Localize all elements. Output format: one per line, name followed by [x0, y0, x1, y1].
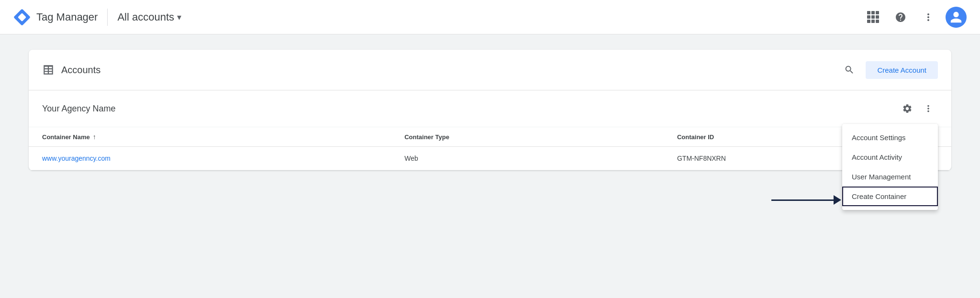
accounts-header-actions: Create Account — [839, 59, 938, 80]
help-icon — [895, 11, 906, 23]
table-header: Container Name ↑ Container Type Containe… — [29, 127, 951, 147]
table-row: www.youragenncy.com Web GTM-NF8NXRN — [29, 147, 951, 170]
column-header-type: Container Type — [391, 127, 664, 147]
dropdown-item-create-container[interactable]: Create Container — [842, 187, 938, 206]
topnav: Tag Manager All accounts ▾ — [0, 0, 980, 34]
accounts-header: Accounts Create Account — [29, 50, 951, 90]
more-vertical-icon — [923, 103, 934, 114]
container-name-cell: www.youragenncy.com — [29, 147, 391, 170]
arrow-line — [771, 199, 834, 201]
avatar[interactable] — [946, 7, 967, 28]
breadcrumb[interactable]: All accounts ▾ — [117, 11, 181, 23]
gear-icon — [902, 103, 913, 114]
apps-grid-button[interactable] — [862, 7, 883, 28]
sort-arrow-icon: ↑ — [93, 133, 96, 141]
dropdown-item-account-activity[interactable]: Account Activity — [842, 147, 938, 167]
tag-manager-logo — [13, 9, 31, 26]
account-name-row: Your Agency Name — [29, 90, 951, 127]
main-content: Accounts Create Account Your Agency Name — [0, 34, 980, 186]
column-header-name: Container Name ↑ — [29, 127, 391, 147]
arrow-head-icon — [834, 195, 841, 205]
account-dropdown-menu: Account Settings Account Activity User M… — [842, 124, 938, 210]
nav-divider — [107, 9, 108, 26]
topnav-right-actions — [862, 7, 967, 28]
app-name: Tag Manager — [36, 11, 98, 23]
breadcrumb-dropdown-arrow[interactable]: ▾ — [177, 12, 181, 22]
dropdown-item-account-settings[interactable]: Account Settings — [842, 128, 938, 147]
table-body: www.youragenncy.com Web GTM-NF8NXRN — [29, 147, 951, 170]
account-settings-gear-button[interactable] — [898, 99, 917, 118]
accounts-title: Accounts — [61, 65, 100, 76]
avatar-icon — [949, 11, 963, 24]
account-more-options-button[interactable] — [919, 99, 938, 118]
more-options-button[interactable] — [918, 7, 939, 28]
more-vertical-icon — [923, 11, 934, 23]
search-button[interactable] — [839, 59, 860, 80]
accounts-card: Accounts Create Account Your Agency Name — [29, 50, 951, 170]
account-name: Your Agency Name — [42, 104, 115, 114]
table-view-icon — [42, 64, 55, 76]
container-table: Container Name ↑ Container Type Containe… — [29, 127, 951, 170]
container-name-link[interactable]: www.youragenncy.com — [42, 155, 111, 162]
account-section: Your Agency Name — [29, 90, 951, 170]
dropdown-item-user-management[interactable]: User Management — [842, 167, 938, 187]
breadcrumb-label: All accounts — [117, 11, 174, 23]
help-button[interactable] — [890, 7, 911, 28]
logo-area: Tag Manager — [13, 9, 98, 26]
accounts-title-wrap: Accounts — [42, 64, 100, 76]
apps-grid-icon — [867, 11, 879, 23]
create-account-button[interactable]: Create Account — [866, 61, 938, 79]
search-icon — [844, 65, 855, 75]
container-type-cell: Web — [391, 147, 664, 170]
account-row-actions: Account Settings Account Activity User M… — [898, 99, 938, 118]
arrow-annotation — [771, 195, 841, 205]
